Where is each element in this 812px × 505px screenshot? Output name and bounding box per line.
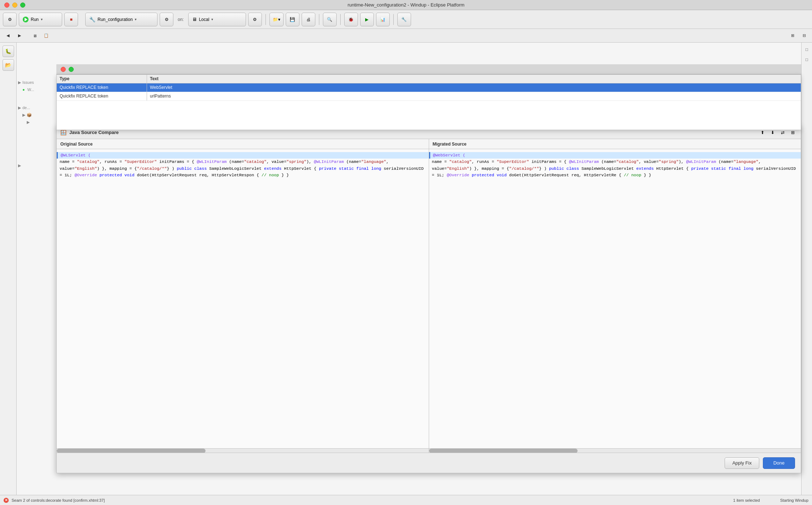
migrated-source-panel: Migrated Source @WebServlet ( name = "ca… (429, 139, 801, 453)
original-scrollbar[interactable] (57, 448, 429, 453)
original-source-panel: Original Source @WLServlet ( name = "cat… (57, 139, 429, 453)
tb2-layout2[interactable]: ⊟ (799, 31, 809, 41)
migrated-source-header: Migrated Source (429, 139, 801, 149)
maximize-button[interactable] (20, 3, 25, 8)
original-source-content[interactable]: @WLServlet ( name = "catalog", runAs = "… (57, 149, 429, 448)
run-dropdown[interactable]: Run ▾ (19, 13, 62, 26)
compare-body: Original Source @WLServlet ( name = "cat… (57, 139, 801, 453)
coverage-button[interactable]: 📊 (376, 13, 390, 26)
original-scrollbar-thumb[interactable] (57, 449, 206, 453)
run2-button[interactable]: ▶ (360, 13, 374, 26)
popup-close[interactable] (61, 67, 66, 72)
quickfix-header: Type Text (57, 75, 801, 83)
tools-button[interactable]: 🔧 (397, 13, 411, 26)
run-icon (23, 17, 29, 22)
right-bar: □ □ (801, 43, 812, 495)
sep2 (319, 14, 319, 25)
tb2-btn3[interactable]: 🖥 (30, 31, 40, 41)
quickfix-row-1[interactable]: Quickfix REPLACE token urlPatterns (57, 92, 801, 101)
config-label: Run_configuration (98, 17, 133, 22)
tb2-btn4[interactable]: 📋 (41, 31, 51, 41)
config-settings-button[interactable]: ⚙ (160, 13, 173, 26)
sep1 (265, 14, 266, 25)
quickfix-popup: Type Text Quickfix REPLACE token WebServ… (56, 74, 801, 130)
close-button[interactable] (4, 3, 9, 8)
qf-type-1: Quickfix REPLACE token (57, 92, 147, 100)
popup-traffic-lights (56, 64, 801, 74)
quickfix-row-0[interactable]: Quickfix REPLACE token WebServlet (57, 83, 801, 92)
sidebar-icon-files[interactable]: 📂 (3, 59, 14, 71)
local-label: Local (199, 17, 210, 22)
status-bar: ✕ Seam 2 of controls:decorate found [con… (0, 495, 812, 505)
run-chevron: ▾ (41, 17, 43, 21)
popup-expand[interactable] (69, 67, 74, 72)
print-button[interactable]: 🖨 (302, 13, 315, 26)
new-button[interactable]: 📁▾ (269, 13, 284, 26)
run-label: Run (31, 17, 39, 22)
config-dropdown[interactable]: 🔧 Run_configuration ▾ (85, 13, 157, 26)
qf-text-1: urlPatterns (147, 92, 801, 100)
qf-text-0: WebServlet (147, 83, 801, 92)
title-bar: runtime-New_configuration2 - Windup - Ec… (0, 0, 812, 10)
config-chevron: ▾ (135, 17, 137, 21)
tb2-btn2[interactable]: ▶ (14, 31, 25, 41)
search-button[interactable]: 🔍 (323, 13, 337, 26)
save-button[interactable]: 💾 (286, 13, 299, 26)
compare-footer: Apply Fix Done (57, 453, 801, 473)
sep3 (340, 14, 341, 25)
local-chevron: ▾ (211, 17, 213, 21)
right-bar-btn1[interactable]: □ (803, 46, 811, 53)
stop-button[interactable]: ■ (64, 13, 78, 26)
done-button[interactable]: Done (763, 457, 795, 469)
col-text-header: Text (147, 75, 801, 83)
migrated-scrollbar-thumb[interactable] (429, 449, 578, 453)
migrated-scrollbar[interactable] (429, 448, 801, 453)
local-dropdown[interactable]: 🖥 Local ▾ (188, 13, 246, 26)
left-sidebar: 🐛 📂 (0, 43, 17, 495)
sidebar-icon-issues[interactable]: 🐛 (3, 46, 14, 57)
background-tree: ▶Issues ● W... ▶de... ▶📦 ▶ ▶ (18, 79, 34, 169)
apply-fix-button[interactable]: Apply Fix (725, 457, 759, 469)
selection-status: 1 item selected (733, 498, 760, 502)
status-error-text: Seam 2 of controls:decorate found [confi… (12, 498, 105, 502)
compare-dialog: 🪟 Java Source Compare ⬆ ⬇ ⇄ ⊞ Original S… (56, 126, 801, 473)
traffic-lights (4, 3, 25, 8)
minimize-button[interactable] (12, 3, 17, 8)
quickfix-empty-area (57, 101, 801, 130)
preferences-button[interactable]: ⚙ (3, 13, 17, 26)
windup-status: Starting Windup (780, 498, 808, 502)
local-settings-button[interactable]: ⚙ (248, 13, 262, 26)
qf-type-0: Quickfix REPLACE token (57, 83, 147, 92)
compare-panels: Original Source @WLServlet ( name = "cat… (57, 139, 801, 453)
migrated-source-content[interactable]: @WebServlet ( name = "catalog", runAs = … (429, 149, 801, 448)
secondary-toolbar: ◀ ▶ 🖥 📋 ⊞ ⊟ (0, 29, 812, 43)
window-title: runtime-New_configuration2 - Windup - Ec… (347, 2, 465, 8)
on-label: on: (176, 17, 186, 22)
main-area: 🐛 📂 ▶Issues ● W... ▶de... ▶📦 ▶ ▶ (0, 43, 812, 495)
original-source-header: Original Source (57, 139, 429, 149)
col-type-header: Type (57, 75, 147, 83)
error-icon: ✕ (4, 498, 9, 503)
tb2-btn1[interactable]: ◀ (3, 31, 13, 41)
compare-title: Java Source Compare (69, 130, 755, 135)
right-bar-btn2[interactable]: □ (803, 56, 811, 64)
debug2-button[interactable]: 🐞 (344, 13, 358, 26)
sep4 (393, 14, 394, 25)
main-toolbar: ⚙ Run ▾ ■ 🔧 Run_configuration ▾ ⚙ on: 🖥 … (0, 10, 812, 29)
tb2-layout1[interactable]: ⊞ (787, 31, 798, 41)
